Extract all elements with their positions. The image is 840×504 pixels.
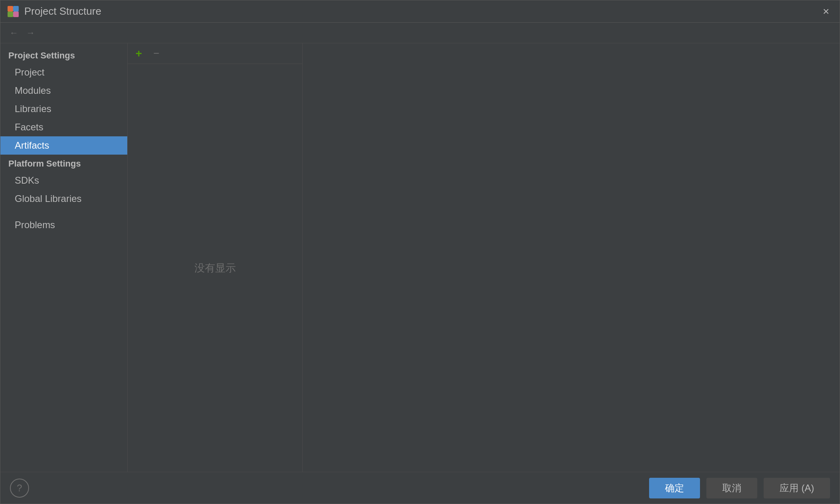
navbar: ← → xyxy=(0,23,840,43)
confirm-button[interactable]: 确定 xyxy=(649,478,700,498)
sidebar-item-artifacts[interactable]: Artifacts xyxy=(0,136,127,155)
forward-button[interactable]: → xyxy=(23,26,38,40)
sidebar-item-modules[interactable]: Modules xyxy=(0,81,127,100)
center-toolbar: + − xyxy=(128,43,302,64)
window-title: Project Structure xyxy=(24,5,819,17)
platform-settings-header: Platform Settings xyxy=(0,155,127,171)
project-structure-window: Project Structure × ← → Project Settings… xyxy=(0,0,840,504)
back-button[interactable]: ← xyxy=(7,26,21,40)
project-settings-header: Project Settings xyxy=(0,47,127,63)
sidebar: Project Settings Project Modules Librari… xyxy=(0,43,128,472)
center-panel: + − 没有显示 xyxy=(128,43,303,472)
sidebar-item-problems[interactable]: Problems xyxy=(0,216,127,234)
main-content: Project Settings Project Modules Librari… xyxy=(0,43,840,472)
titlebar: Project Structure × xyxy=(0,0,840,23)
svg-rect-3 xyxy=(13,12,19,17)
remove-artifact-button[interactable]: − xyxy=(148,46,164,62)
sidebar-item-facets[interactable]: Facets xyxy=(0,118,127,136)
help-button[interactable]: ? xyxy=(10,479,29,498)
svg-rect-1 xyxy=(13,6,19,12)
add-artifact-button[interactable]: + xyxy=(131,46,147,62)
sidebar-item-sdks[interactable]: SDKs xyxy=(0,171,127,190)
svg-rect-2 xyxy=(8,12,13,17)
cancel-button[interactable]: 取消 xyxy=(706,478,757,498)
sidebar-item-project[interactable]: Project xyxy=(0,63,127,81)
sidebar-item-global-libraries[interactable]: Global Libraries xyxy=(0,190,127,208)
close-button[interactable]: × xyxy=(819,4,833,19)
empty-state: 没有显示 xyxy=(128,64,302,472)
right-panel xyxy=(303,43,840,472)
svg-rect-0 xyxy=(8,6,13,12)
apply-button[interactable]: 应用 (A) xyxy=(764,478,830,498)
app-icon xyxy=(7,5,19,18)
sidebar-item-libraries[interactable]: Libraries xyxy=(0,100,127,118)
bottom-bar: ? 确定 取消 应用 (A) xyxy=(0,472,840,504)
